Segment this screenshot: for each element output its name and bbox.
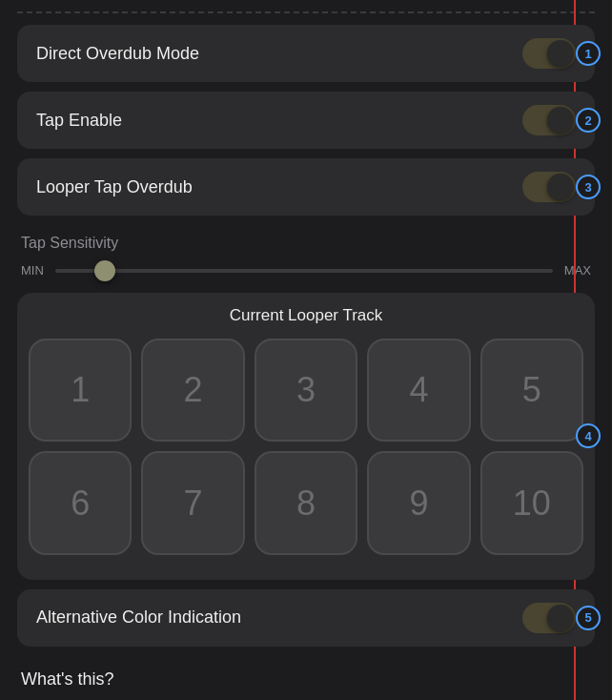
annotation-5: 5 [576, 606, 601, 630]
alt-color-label: Alternative Color Indication [36, 607, 241, 628]
whats-this-link[interactable]: What's this? [17, 656, 595, 697]
looper-tap-overdub-toggle-row: Looper Tap Overdub [17, 158, 595, 216]
track-button-8[interactable]: 8 [255, 451, 357, 554]
looper-track-title: Current Looper Track [29, 306, 583, 325]
annotation-1: 1 [576, 41, 601, 66]
tap-sensitivity-section: Tap Sensitivity MIN MAX [17, 225, 595, 293]
sensitivity-min-label: MIN [21, 263, 44, 278]
track-grid-bottom: 678910 [29, 451, 583, 554]
tap-enable-switch[interactable] [522, 105, 576, 135]
sensitivity-slider-track[interactable] [55, 269, 553, 273]
sensitivity-slider-thumb[interactable] [94, 260, 115, 281]
direct-overdub-switch[interactable] [522, 38, 576, 69]
annotation-2: 2 [576, 108, 601, 133]
looper-tap-overdub-label: Looper Tap Overdub [36, 177, 193, 197]
direct-overdub-label: Direct Overdub Mode [36, 44, 199, 64]
track-button-6[interactable]: 6 [29, 451, 132, 554]
annotation-4: 4 [576, 423, 601, 448]
track-button-9[interactable]: 9 [367, 451, 470, 554]
tap-sensitivity-label: Tap Sensitivity [21, 235, 591, 252]
direct-overdub-toggle-row: Direct Overdub Mode [17, 25, 595, 82]
looper-tap-overdub-row: Looper Tap Overdub 3 [17, 158, 595, 216]
sensitivity-row: MIN MAX [21, 263, 591, 278]
track-button-2[interactable]: 2 [141, 339, 244, 442]
direct-overdub-row: Direct Overdub Mode 1 [17, 25, 595, 82]
sensitivity-max-label: MAX [564, 263, 591, 278]
track-button-1[interactable]: 1 [29, 339, 132, 442]
alt-color-toggle-row: Alternative Color Indication [17, 589, 595, 647]
looper-section-row: Current Looper Track 12345 678910 4 [17, 293, 595, 580]
track-grid-top: 12345 [29, 339, 583, 442]
tap-enable-label: Tap Enable [36, 111, 122, 131]
track-button-3[interactable]: 3 [255, 339, 357, 442]
looper-tap-overdub-switch[interactable] [522, 172, 576, 202]
track-button-4[interactable]: 4 [367, 339, 470, 442]
looper-track-section: Current Looper Track 12345 678910 [17, 293, 595, 580]
track-button-5[interactable]: 5 [480, 339, 583, 442]
track-button-7[interactable]: 7 [141, 451, 244, 554]
track-button-10[interactable]: 10 [480, 451, 583, 554]
alt-color-row: Alternative Color Indication 5 [17, 589, 595, 647]
tap-enable-toggle-row: Tap Enable [17, 92, 595, 149]
alt-color-switch[interactable] [522, 603, 576, 633]
tap-enable-row: Tap Enable 2 [17, 92, 595, 149]
annotation-3: 3 [576, 175, 601, 199]
